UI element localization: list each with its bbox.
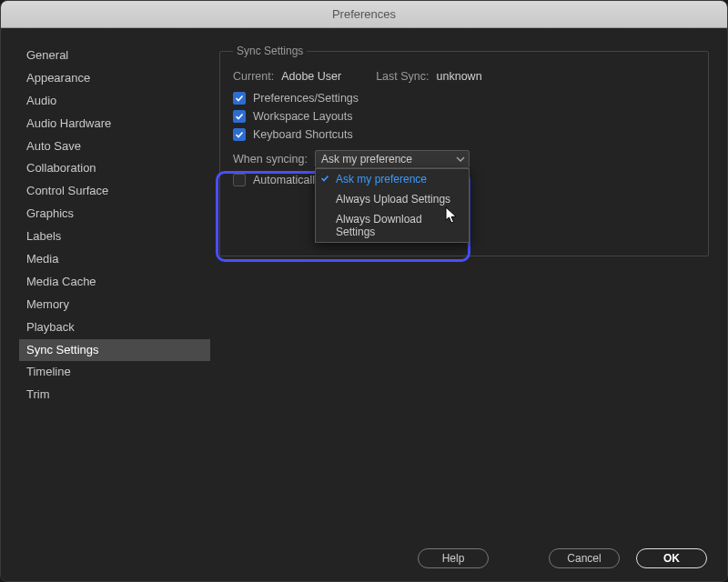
when-syncing-row: When syncing: Ask my preference Ask my p… xyxy=(233,150,695,168)
dropdown-item[interactable]: Always Download Settings xyxy=(316,209,469,242)
sidebar-item-sync-settings[interactable]: Sync Settings xyxy=(19,339,210,362)
sidebar-item-control-surface[interactable]: Control Surface xyxy=(19,180,210,203)
dropdown-item-label: Ask my preference xyxy=(336,173,427,186)
checkbox[interactable] xyxy=(233,128,246,141)
checkbox[interactable] xyxy=(233,110,246,123)
dropdown-item-label: Always Upload Settings xyxy=(336,193,450,206)
sync-settings-group: Sync Settings Current: Adobe User Last S… xyxy=(219,45,709,256)
sync-check-row: Workspace Layouts xyxy=(233,110,695,123)
last-sync-value: unknown xyxy=(437,70,482,83)
sidebar-item-labels[interactable]: Labels xyxy=(19,226,210,248)
preferences-window: Preferences GeneralAppearanceAudioAudio … xyxy=(0,0,728,582)
checkbox-label: Preferences/Settings xyxy=(253,92,359,105)
check-icon xyxy=(320,173,329,186)
sidebar-item-media-cache[interactable]: Media Cache xyxy=(19,271,210,294)
dropdown-item[interactable]: Always Upload Settings xyxy=(316,189,469,209)
ok-button[interactable]: OK xyxy=(636,548,707,568)
sync-check-row: Keyboard Shortcuts xyxy=(233,128,695,141)
titlebar: Preferences xyxy=(1,1,727,28)
window-title: Preferences xyxy=(332,7,396,21)
sidebar-item-audio[interactable]: Audio xyxy=(19,90,210,113)
cancel-button[interactable]: Cancel xyxy=(549,548,620,568)
sidebar-item-trim[interactable]: Trim xyxy=(19,384,210,406)
content-pane: Sync Settings Current: Adobe User Last S… xyxy=(210,28,727,536)
sidebar-item-general[interactable]: General xyxy=(19,45,210,67)
footer: Help Cancel OK xyxy=(1,536,727,581)
sync-legend: Sync Settings xyxy=(233,45,307,57)
last-sync-label: Last Sync: xyxy=(376,70,429,83)
select-value: Ask my preference xyxy=(321,153,412,166)
sidebar-item-audio-hardware[interactable]: Audio Hardware xyxy=(19,113,210,135)
when-syncing-dropdown[interactable]: Ask my preferenceAlways Upload SettingsA… xyxy=(315,168,470,243)
sync-check-row: Preferences/Settings xyxy=(233,92,695,105)
sidebar-item-collaboration[interactable]: Collaboration xyxy=(19,157,210,180)
auto-clear-checkbox[interactable] xyxy=(233,174,246,186)
checkbox[interactable] xyxy=(233,92,246,105)
sidebar-item-media[interactable]: Media xyxy=(19,248,210,271)
current-label: Current: xyxy=(233,70,274,83)
when-syncing-label: When syncing: xyxy=(233,153,308,166)
current-user: Adobe User xyxy=(281,70,341,83)
auto-clear-label: Automaticall xyxy=(253,174,315,186)
sidebar: GeneralAppearanceAudioAudio HardwareAuto… xyxy=(19,45,210,536)
body: GeneralAppearanceAudioAudio HardwareAuto… xyxy=(1,28,727,536)
sidebar-item-auto-save[interactable]: Auto Save xyxy=(19,135,210,158)
current-row: Current: Adobe User Last Sync: unknown xyxy=(233,70,695,83)
dropdown-item-label: Always Download Settings xyxy=(336,213,422,238)
sidebar-item-playback[interactable]: Playback xyxy=(19,316,210,339)
when-syncing-select[interactable]: Ask my preference xyxy=(315,150,470,168)
checkbox-label: Workspace Layouts xyxy=(253,110,353,123)
sidebar-item-timeline[interactable]: Timeline xyxy=(19,361,210,384)
dropdown-item[interactable]: Ask my preference xyxy=(316,169,469,189)
chevron-down-icon xyxy=(456,154,465,166)
sidebar-item-memory[interactable]: Memory xyxy=(19,294,210,316)
checkbox-label: Keyboard Shortcuts xyxy=(253,128,353,141)
sidebar-item-appearance[interactable]: Appearance xyxy=(19,67,210,90)
sidebar-item-graphics[interactable]: Graphics xyxy=(19,203,210,226)
help-button[interactable]: Help xyxy=(418,548,489,568)
